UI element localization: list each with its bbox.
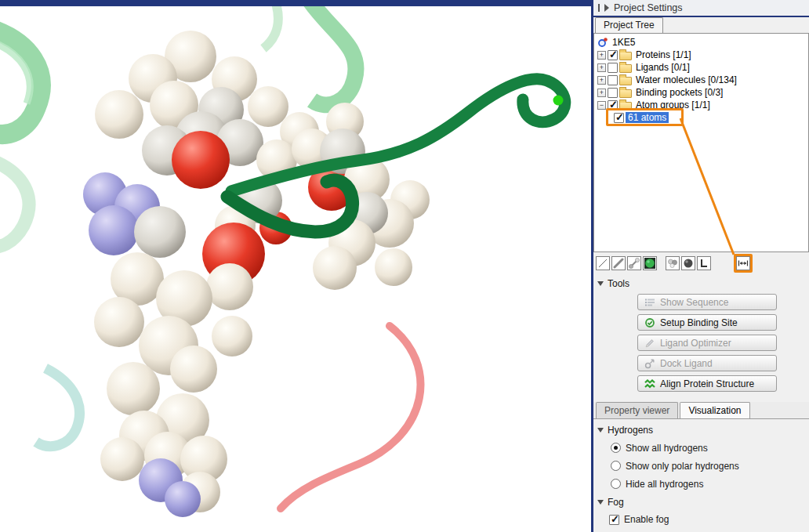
wireframe-icon[interactable]: [596, 256, 610, 270]
tools-section-header[interactable]: Tools: [593, 274, 809, 292]
annotation-box-select-icon: [734, 254, 753, 273]
setup-binding-site-button[interactable]: Setup Binding Site: [637, 314, 777, 331]
tools-buttons: Show SequenceSetup Binding SiteLigand Op…: [593, 292, 809, 392]
tree-item-checkbox[interactable]: [608, 50, 618, 60]
enable-fog-row[interactable]: Enable fog: [593, 511, 809, 528]
folder-icon: [619, 52, 632, 60]
tab-property-viewer[interactable]: Property viewer: [596, 402, 678, 418]
radio-label: Show all hydrogens: [626, 443, 708, 454]
hydrogen-options: Show all hydrogensShow only polar hydrog…: [593, 439, 809, 493]
triangle-down-icon: [597, 500, 604, 505]
radio-hide-all-hydrogens[interactable]: Hide all hydrogens: [593, 475, 809, 493]
tree-item-label: 61 atoms: [626, 112, 669, 123]
visualization-panel: Hydrogens Show all hydrogensShow only po…: [593, 419, 809, 528]
collapse-bar-icon: [598, 4, 600, 12]
enable-fog-label: Enable fog: [624, 514, 669, 525]
radio-button[interactable]: [611, 443, 621, 453]
fog-section-header[interactable]: Fog: [593, 493, 809, 511]
tree-item-label: Atom groups [1/1]: [633, 100, 713, 110]
folder-icon: [619, 102, 632, 110]
dark-sphere-icon[interactable]: [681, 256, 695, 270]
molecule-3d-render: [0, 6, 591, 532]
tree-item-checkbox[interactable]: [608, 88, 618, 98]
tools-label: Tools: [608, 278, 629, 289]
loop-tube: [281, 326, 420, 508]
dock-ligand-button[interactable]: Dock Ligand: [637, 355, 777, 371]
sequence-icon: [644, 297, 655, 308]
tree-item-binding-pockets[interactable]: +Binding pockets [0/3]: [596, 86, 807, 99]
tree-item-ligands[interactable]: +Ligands [0/1]: [596, 61, 807, 74]
project-tree-tab-row: Project Tree: [593, 17, 809, 33]
color-atoms-icon[interactable]: [666, 256, 680, 270]
radio-label: Hide all hydrogens: [626, 479, 703, 490]
tree-item-label: Ligands [0/1]: [633, 62, 692, 73]
tree-item-checkbox[interactable]: [608, 100, 618, 110]
align-protein-structure-button[interactable]: Align Protein Structure: [637, 375, 777, 392]
application-window: Project Settings Project Tree 1KE5+Prote…: [0, 0, 809, 532]
tree-item-label: 1KE5: [610, 37, 637, 48]
radio-show-only-polar-hydrogens[interactable]: Show only polar hydrogens: [593, 457, 809, 475]
radio-show-all-hydrogens[interactable]: Show all hydrogens: [593, 439, 809, 457]
expand-plus-icon[interactable]: +: [597, 51, 606, 60]
tree-item-label: Water molecules [0/134]: [633, 74, 739, 85]
expand-plus-icon[interactable]: +: [597, 76, 606, 85]
space-fill-icon[interactable]: [643, 256, 657, 270]
expand-plus-icon[interactable]: +: [597, 89, 606, 97]
triangle-down-icon: [597, 428, 604, 432]
folder-icon: [619, 89, 632, 98]
expand-plus-icon[interactable]: +: [597, 63, 606, 72]
triangle-down-icon: [597, 281, 604, 286]
tab-project-tree[interactable]: Project Tree: [595, 17, 663, 33]
tree-item-61-atoms[interactable]: 61 atoms: [596, 111, 807, 124]
tree-item-label: Proteins [1/1]: [633, 49, 694, 60]
tree-item-atom-groups[interactable]: −Atom groups [1/1]: [596, 99, 807, 111]
folder-icon: [619, 77, 632, 85]
collapse-minus-icon[interactable]: −: [597, 101, 606, 110]
tree-item-checkbox[interactable]: [614, 113, 624, 123]
radio-label: Show only polar hydrogens: [626, 461, 739, 472]
tree-item-checkbox[interactable]: [608, 75, 618, 85]
tree-item-label: Binding pockets [0/3]: [633, 87, 725, 98]
select-atoms-icon[interactable]: [736, 256, 750, 270]
fog-label: Fog: [608, 497, 624, 508]
ball-and-stick-icon[interactable]: [627, 256, 641, 270]
dock-ligand-icon: [644, 358, 655, 369]
stick-icon[interactable]: [611, 256, 626, 270]
tree-item-root[interactable]: 1KE5: [596, 36, 807, 49]
radio-button[interactable]: [611, 479, 621, 489]
bottom-tab-strip: Property viewer Visualization: [593, 402, 809, 419]
structure-icon: [597, 37, 608, 48]
tree-item-proteins[interactable]: +Proteins [1/1]: [596, 49, 807, 61]
atom-spheres: [83, 31, 430, 517]
project-settings-header[interactable]: Project Settings: [593, 0, 809, 17]
collapse-right-arrow-icon: [604, 4, 609, 12]
panel-title: Project Settings: [614, 2, 683, 13]
binding-site-icon: [644, 317, 655, 328]
side-panel: Project Settings Project Tree 1KE5+Prote…: [593, 0, 809, 532]
hydrogens-label: Hydrogens: [608, 425, 653, 436]
window-titlebar: [0, 0, 591, 6]
button-label: Align Protein Structure: [660, 378, 754, 389]
label-icon[interactable]: [697, 256, 711, 270]
show-sequence-button[interactable]: Show Sequence: [637, 294, 777, 310]
ligand-optimizer-icon: [644, 338, 655, 349]
project-tree: 1KE5+Proteins [1/1]+Ligands [0/1]+Water …: [593, 33, 809, 252]
chain-terminus-dot: [553, 96, 564, 106]
button-label: Ligand Optimizer: [660, 338, 731, 349]
radio-button[interactable]: [611, 461, 621, 471]
align-protein-icon: [644, 378, 655, 389]
ligand-optimizer-button[interactable]: Ligand Optimizer: [637, 335, 777, 351]
tree-indent: [597, 111, 612, 124]
button-label: Show Sequence: [660, 297, 728, 308]
button-label: Setup Binding Site: [660, 317, 738, 328]
hydrogens-section-header[interactable]: Hydrogens: [593, 421, 809, 439]
folder-icon: [619, 64, 632, 73]
button-label: Dock Ligand: [660, 358, 713, 369]
tree-item-checkbox[interactable]: [608, 63, 618, 73]
tree-item-water-molecules[interactable]: +Water molecules [0/134]: [596, 74, 807, 86]
tab-visualization[interactable]: Visualization: [680, 402, 749, 418]
enable-fog-checkbox[interactable]: [609, 515, 619, 525]
viewer-column: [0, 0, 593, 532]
molecule-viewport[interactable]: [0, 6, 591, 532]
display-toolbar: [593, 252, 809, 274]
